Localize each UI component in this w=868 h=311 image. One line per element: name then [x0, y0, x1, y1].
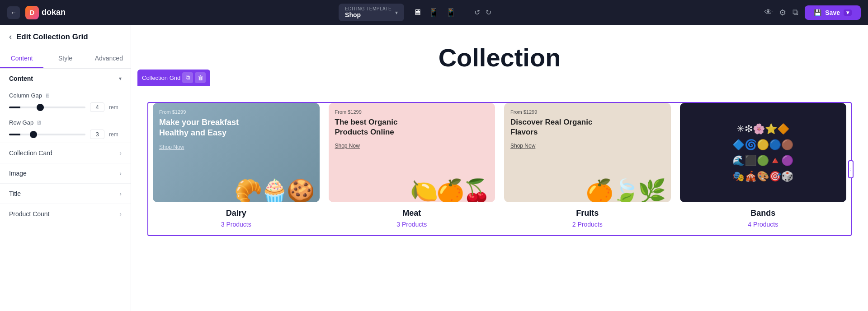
card-name-fruits: Fruits [576, 209, 599, 218]
card-image-dairy: From $1299 Make your Breakfast Healthy a… [153, 103, 320, 202]
logo-icon: D [25, 6, 39, 19]
save-dropdown-icon[interactable]: ▾ [844, 9, 852, 16]
undo-button[interactable]: ↺ [474, 8, 480, 17]
collection-card-arrow-icon: › [119, 149, 122, 157]
collection-card-fruits: From $1299 Discover Real Organic Flavors… [500, 103, 675, 235]
column-gap-control: Column Gap 🖥 4 rem [0, 88, 131, 116]
redo-button[interactable]: ↻ [486, 8, 491, 17]
header-center: EDITING TEMPLATE Shop ▾ 🖥 📱 📱 ↺ ↻ [339, 4, 491, 21]
header-right: 👁 ⚙ ⧉ 💾 Save ▾ [764, 5, 861, 20]
row-gap-value[interactable]: 3 [90, 130, 104, 139]
copy-grid-button[interactable]: ⧉ [182, 72, 193, 83]
sidebar-header: ‹ Edit Collection Grid [0, 25, 131, 49]
sidebar: ‹ Edit Collection Grid Content Style Adv… [0, 25, 131, 311]
food-emoji-dairy: 🥐🧁🍪 [234, 178, 313, 202]
delete-grid-button[interactable]: 🗑 [195, 72, 206, 83]
card-from-fruits: From $1299 [510, 109, 665, 115]
collection-card-bands: ✳❇🌸⭐🔶 🔷🌀🟡🔵🟤 🌊⬛🟢🔺🟣 🎭🎪🎨🎯🎲 Bands 4 Products [675, 103, 851, 235]
tab-style[interactable]: Style [43, 49, 87, 68]
header-left: ← D dokan [7, 6, 66, 19]
row-gap-label: Row Gap [9, 119, 33, 126]
preview-button[interactable]: 👁 [764, 8, 773, 17]
row-gap-control: Row Gap 🖥 3 rem [0, 116, 131, 143]
main-area: ‹ Edit Collection Grid Content Style Adv… [0, 25, 868, 311]
collection-grid-container: Collection Grid ⧉ 🗑 From $1299 Make your… [138, 86, 861, 236]
food-pattern-bands: ✳❇🌸⭐🔶 🔷🌀🟡🔵🟤 🌊⬛🟢🔺🟣 🎭🎪🎨🎯🎲 [686, 121, 840, 185]
settings-button[interactable]: ⚙ [779, 8, 786, 18]
column-gap-slider[interactable] [9, 107, 85, 108]
column-gap-value[interactable]: 4 [90, 102, 104, 112]
card-name-bands: Bands [750, 209, 775, 218]
editing-template-selector[interactable]: EDITING TEMPLATE Shop ▾ [339, 4, 404, 21]
device-switcher: 🖥 📱 📱 [413, 8, 456, 18]
title-item[interactable]: Title › [0, 183, 131, 204]
collection-card-dairy: From $1299 Make your Breakfast Healthy a… [148, 103, 324, 235]
save-label: Save [825, 9, 840, 16]
desktop-icon[interactable]: 🖥 [413, 8, 421, 17]
card-image-fruits: From $1299 Discover Real Organic Flavors… [504, 103, 671, 202]
tab-content[interactable]: Content [0, 49, 43, 68]
template-label-group: EDITING TEMPLATE Shop [345, 6, 392, 19]
logo-text: dokan [42, 8, 66, 17]
mobile-icon[interactable]: 📱 [446, 8, 456, 18]
column-gap-slider-row: 4 rem [9, 102, 122, 112]
card-image-meat: From $1299 The best Organic Products Onl… [329, 103, 495, 202]
page-title: Collection [131, 25, 868, 86]
product-count-item[interactable]: Product Count › [0, 204, 131, 224]
row-gap-slider[interactable] [9, 134, 85, 135]
collection-card-meat: From $1299 The best Organic Products Onl… [324, 103, 500, 235]
monitor-icon: 🖥 [45, 93, 50, 99]
content-section-chevron-icon: ▾ [119, 75, 122, 82]
image-label: Image [9, 170, 27, 177]
card-products-fruits: 2 Products [572, 221, 603, 228]
save-button[interactable]: 💾 Save ▾ [805, 5, 861, 20]
tablet-icon[interactable]: 📱 [429, 8, 439, 18]
food-emoji-fruits: 🍊🍃🌿 [585, 178, 664, 202]
column-gap-unit: rem [109, 104, 122, 111]
app-header: ← D dokan EDITING TEMPLATE Shop ▾ 🖥 📱 📱 … [0, 0, 868, 25]
template-name: Shop [345, 11, 392, 19]
food-overlay-fruits: 🍊🍃🌿 [579, 128, 671, 202]
row-gap-label-row: Row Gap 🖥 [9, 119, 122, 126]
column-gap-label: Column Gap [9, 92, 42, 99]
product-count-label: Product Count [9, 210, 50, 218]
row-gap-slider-row: 3 rem [9, 130, 122, 139]
card-products-meat: 3 Products [396, 221, 427, 228]
card-products-bands: 4 Products [748, 221, 778, 228]
sidebar-back-button[interactable]: ‹ [9, 32, 12, 42]
resize-dots-icon: ⋮ [849, 167, 853, 171]
collection-card-item[interactable]: Collection Card › [0, 143, 131, 163]
resize-handle[interactable]: ⋮ [848, 160, 854, 178]
save-icon: 💾 [814, 9, 821, 16]
template-chevron-icon: ▾ [395, 9, 398, 16]
canvas-inner: Collection Collection Grid ⧉ 🗑 [131, 25, 868, 311]
card-image-bands: ✳❇🌸⭐🔶 🔷🌀🟡🔵🟤 🌊⬛🟢🔺🟣 🎭🎪🎨🎯🎲 [680, 103, 847, 202]
grid-toolbar-label: Collection Grid [142, 74, 180, 81]
row-gap-unit: rem [109, 131, 122, 138]
collection-grid-wrapper: From $1299 Make your Breakfast Healthy a… [147, 102, 852, 236]
image-arrow-icon: › [119, 170, 122, 177]
back-button[interactable]: ← [7, 6, 20, 19]
card-image-content-fruits: From $1299 Discover Real Organic Flavors… [504, 103, 671, 202]
title-label: Title [9, 190, 21, 197]
card-image-content-meat: From $1299 The best Organic Products Onl… [329, 103, 495, 202]
card-products-dairy: 3 Products [221, 221, 251, 228]
collection-grid-toolbar: Collection Grid ⧉ 🗑 [137, 70, 210, 86]
back-icon: ← [10, 9, 17, 16]
card-image-content-bands: ✳❇🌸⭐🔶 🔷🌀🟡🔵🟤 🌊⬛🟢🔺🟣 🎭🎪🎨🎯🎲 [680, 103, 847, 202]
editing-template-top-label: EDITING TEMPLATE [345, 6, 392, 11]
card-from-meat: From $1299 [335, 109, 489, 115]
card-image-content-dairy: From $1299 Make your Breakfast Healthy a… [153, 103, 320, 202]
sidebar-title: Edit Collection Grid [16, 32, 88, 42]
image-item[interactable]: Image › [0, 163, 131, 183]
sidebar-tabs: Content Style Advanced [0, 49, 131, 69]
content-section-header[interactable]: Content ▾ [0, 69, 131, 88]
monitor-icon-2: 🖥 [36, 120, 42, 126]
sidebar-content: Content ▾ Column Gap 🖥 4 rem Row Gap [0, 69, 131, 311]
title-arrow-icon: › [119, 190, 122, 197]
layers-button[interactable]: ⧉ [793, 8, 798, 17]
tab-advanced[interactable]: Advanced [87, 49, 131, 68]
column-gap-label-row: Column Gap 🖥 [9, 92, 122, 99]
card-name-dairy: Dairy [226, 209, 246, 218]
header-divider [465, 7, 465, 18]
